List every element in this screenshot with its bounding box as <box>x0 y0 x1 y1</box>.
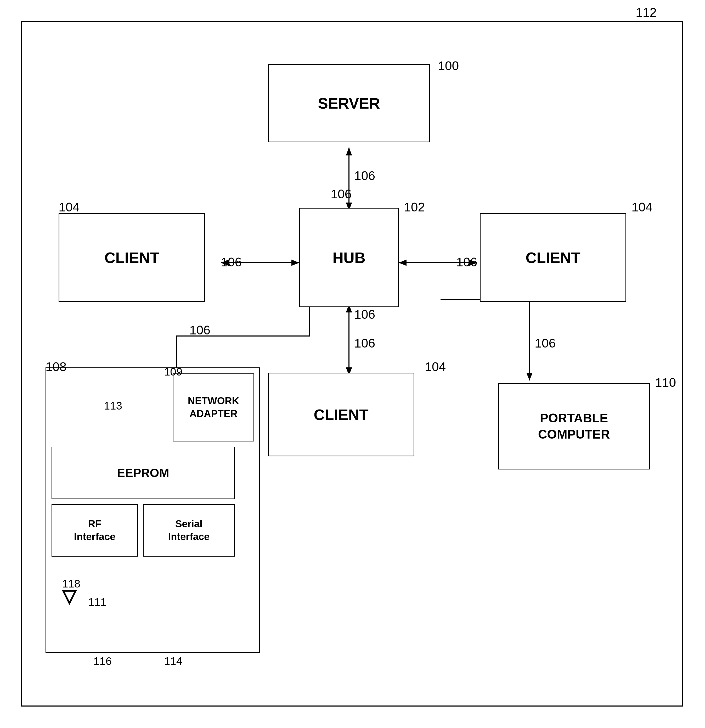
portable-ref: 110 <box>655 375 676 390</box>
ref-109: 109 <box>164 365 182 378</box>
ref-111: 111 <box>88 596 107 608</box>
client-left-ref: 104 <box>59 200 79 214</box>
eeprom-box: EEPROM <box>52 447 235 499</box>
ref-106-bottom-hub: 106 <box>354 307 375 322</box>
ref-106-top: 106 <box>331 187 352 201</box>
inner-component-outer: NETWORKADAPTER 109 113 EEPROM RFInterfac… <box>46 367 260 653</box>
server-ref: 100 <box>438 59 459 73</box>
ref-118: 118 <box>62 578 80 590</box>
portable-computer-box: PORTABLECOMPUTER <box>498 383 650 469</box>
client-left-box: CLIENT <box>59 213 205 302</box>
ref-113: 113 <box>104 400 122 412</box>
server-box: SERVER <box>268 64 430 142</box>
svg-marker-8 <box>399 260 407 266</box>
client-right-box: CLIENT <box>480 213 626 302</box>
hub-ref: 102 <box>404 200 425 214</box>
ref-106-inner: 106 <box>189 323 210 337</box>
ref-106-right: 106 <box>456 255 477 269</box>
svg-marker-18 <box>526 373 533 380</box>
serial-interface-box: SerialInterface <box>143 504 235 557</box>
svg-marker-5 <box>291 260 299 266</box>
diagram-container: SERVER 100 HUB 102 106 106 CLIENT 104 10… <box>21 21 683 706</box>
ref-114: 114 <box>164 655 182 667</box>
ref-106-left: 106 <box>221 255 242 269</box>
client-bottom-ref: 104 <box>425 360 446 374</box>
network-adapter-box: NETWORKADAPTER <box>173 373 254 442</box>
client-right-ref: 104 <box>631 200 652 214</box>
ref-106-bottom-client: 106 <box>354 336 375 350</box>
ref-106-server: 106 <box>354 169 375 183</box>
ref-116: 116 <box>94 655 112 667</box>
svg-marker-1 <box>346 147 352 155</box>
rf-interface-box: RFInterface <box>52 504 138 557</box>
hub-box: HUB <box>299 208 399 307</box>
outer-ref-label: 112 <box>636 5 657 20</box>
ref-106-portable: 106 <box>535 336 556 350</box>
ref-108: 108 <box>46 360 66 374</box>
client-bottom-box: CLIENT <box>268 373 414 456</box>
